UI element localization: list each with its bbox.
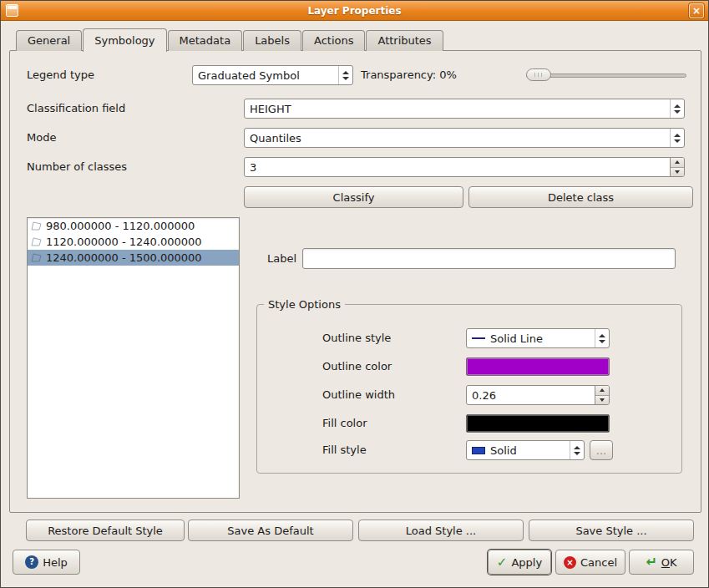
- chevron-updown-icon: [570, 441, 584, 459]
- classification-field-select[interactable]: HEIGHT: [244, 99, 685, 119]
- label-field-label: Label: [267, 249, 296, 269]
- spin-down-icon[interactable]: [671, 168, 684, 177]
- transparency-label: Transparency: 0%: [361, 65, 457, 85]
- classification-field-label: Classification field: [27, 99, 125, 119]
- apply-check-icon: ✓: [497, 556, 508, 569]
- tab-symbology[interactable]: Symbology: [83, 28, 166, 52]
- close-icon[interactable]: ×: [689, 3, 704, 18]
- list-item[interactable]: 1120.000000 - 1240.000000: [28, 234, 239, 250]
- restore-default-style-button[interactable]: Restore Default Style: [26, 520, 185, 541]
- chevron-updown-icon: [670, 129, 684, 147]
- tab-labels[interactable]: Labels: [243, 30, 301, 51]
- title-bar[interactable]: Layer Properties ×: [1, 1, 708, 21]
- mode-label: Mode: [27, 128, 56, 148]
- help-button[interactable]: ? Help: [13, 550, 80, 575]
- symbol-preview-icon: [30, 252, 43, 263]
- window-title: Layer Properties: [1, 1, 708, 21]
- tab-general[interactable]: General: [16, 30, 82, 51]
- cancel-icon: ×: [564, 556, 576, 569]
- chevron-updown-icon: [338, 66, 352, 84]
- style-options-group: Style Options Outline style Solid Line O…: [256, 304, 682, 474]
- transparency-slider[interactable]: [526, 65, 686, 85]
- symbol-preview-icon: [30, 220, 43, 231]
- chevron-updown-icon: [670, 99, 684, 118]
- symbol-preview-icon: [30, 236, 43, 247]
- tab-metadata[interactable]: Metadata: [168, 30, 243, 51]
- outline-width-label: Outline width: [322, 385, 395, 405]
- ok-button[interactable]: ↵ OK: [629, 550, 694, 575]
- fill-style-select[interactable]: Solid: [466, 440, 585, 460]
- cancel-button[interactable]: × Cancel: [555, 550, 625, 575]
- outline-width-stepper[interactable]: 0.26: [466, 385, 610, 405]
- mode-select[interactable]: Quantiles: [244, 128, 685, 148]
- slider-handle[interactable]: [526, 68, 551, 81]
- solid-line-icon: [472, 337, 485, 339]
- save-as-default-button[interactable]: Save As Default: [188, 520, 353, 541]
- outline-style-label: Outline style: [322, 328, 391, 348]
- tab-bar: General Symbology Metadata Labels Action…: [16, 28, 444, 51]
- ok-enter-icon: ↵: [646, 555, 656, 569]
- apply-button[interactable]: ✓ Apply: [488, 550, 551, 575]
- spin-up-icon[interactable]: [671, 158, 684, 168]
- legend-type-label: Legend type: [27, 65, 94, 85]
- fill-style-label: Fill style: [322, 440, 367, 460]
- delete-class-button[interactable]: Delete class: [468, 186, 693, 208]
- number-of-classes-stepper[interactable]: 3: [244, 157, 685, 177]
- list-item-selected[interactable]: 1240.000000 - 1500.000000: [28, 250, 239, 266]
- number-of-classes-label: Number of classes: [27, 157, 127, 177]
- classify-button[interactable]: Classify: [244, 186, 463, 208]
- list-item[interactable]: 980.000000 - 1120.000000: [28, 218, 239, 234]
- outline-style-select[interactable]: Solid Line: [466, 328, 610, 348]
- spin-down-icon[interactable]: [595, 396, 609, 405]
- tab-attributes[interactable]: Attributes: [366, 30, 443, 51]
- legend-type-select[interactable]: Graduated Symbol: [192, 65, 353, 85]
- fill-style-more-button[interactable]: ...: [590, 440, 613, 460]
- label-input[interactable]: [302, 248, 676, 269]
- outline-color-swatch[interactable]: [466, 357, 610, 376]
- class-ranges-list[interactable]: 980.000000 - 1120.000000 1120.000000 - 1…: [27, 217, 240, 499]
- chevron-updown-icon: [595, 329, 609, 347]
- spin-up-icon[interactable]: [595, 386, 609, 396]
- style-options-title: Style Options: [264, 297, 345, 313]
- outline-color-label: Outline color: [322, 357, 392, 377]
- load-style-button[interactable]: Load Style ...: [358, 520, 524, 541]
- help-icon: ?: [25, 555, 38, 569]
- fill-color-swatch[interactable]: [466, 414, 610, 433]
- solid-fill-icon: [472, 447, 485, 454]
- fill-color-label: Fill color: [322, 413, 367, 433]
- save-style-button[interactable]: Save Style ...: [529, 520, 694, 541]
- symbology-panel: Legend type Graduated Symbol Transparenc…: [9, 50, 701, 513]
- tab-actions[interactable]: Actions: [302, 30, 366, 51]
- layer-properties-dialog: Layer Properties × General Symbology Met…: [0, 0, 709, 588]
